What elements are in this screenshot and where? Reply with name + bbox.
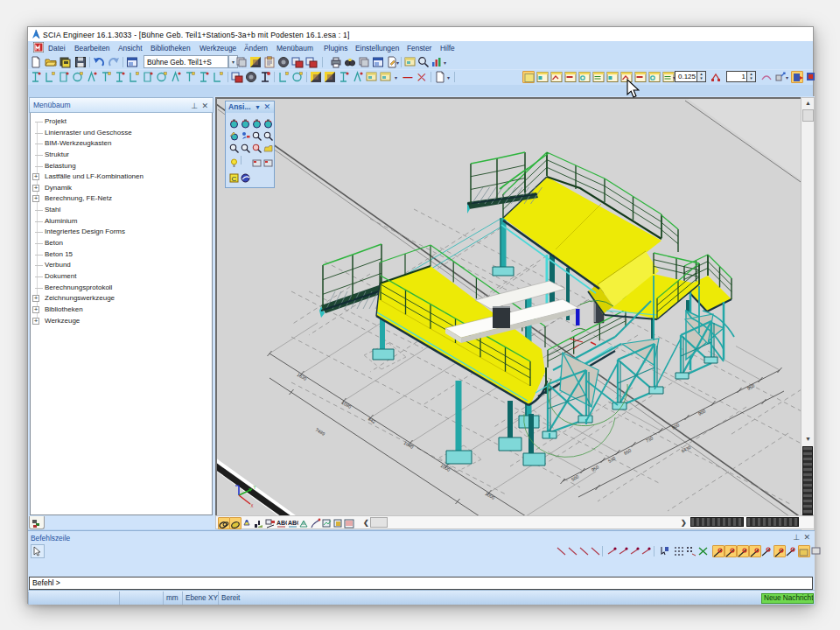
svg-text:ABC: ABC [276, 520, 287, 526]
svg-text:ABC: ABC [288, 520, 298, 526]
svg-text:Y: Y [253, 486, 256, 490]
svg-text:C: C [232, 175, 237, 183]
svg-text:X: X [250, 504, 253, 508]
